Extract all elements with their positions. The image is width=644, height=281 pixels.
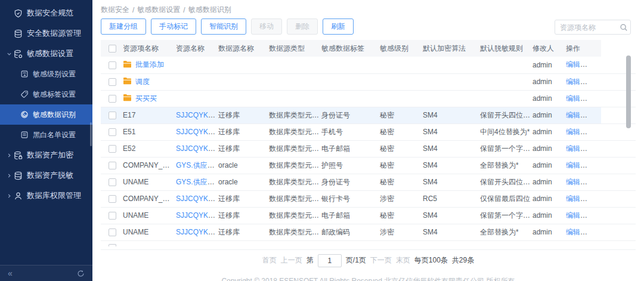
edit-link[interactable]: 编辑 [566,128,580,136]
resource-link[interactable]: GYS.供应商列表 [176,161,218,169]
row-checkbox[interactable] [109,178,116,186]
delete-link[interactable]: 删除 [589,161,601,169]
edit-link[interactable]: 编辑 [566,178,580,186]
resource-link[interactable]: SJJCQYK.ZDSY... [176,111,218,119]
delete-link[interactable]: 删除 [589,78,601,86]
edit-link[interactable]: 编辑 [566,144,580,153]
refresh-icon[interactable] [77,270,85,277]
row-checkbox-cell [101,174,123,190]
data-table: 资源项名称资源名称数据源名称数据源类型敏感数据标签敏感级别默认加密算法默认脱敏规… [101,40,636,250]
cell-modifier: admin [532,157,566,174]
row-checkbox[interactable] [109,145,116,153]
search-icon[interactable] [617,23,630,32]
collapse-sidebar-icon[interactable]: « [8,268,13,278]
row-checkbox[interactable] [109,244,116,246]
edit-link[interactable]: 编辑 [566,211,580,220]
row-checkbox[interactable] [109,61,116,69]
refresh-button[interactable]: 刷新 [323,18,354,35]
database-gear-icon [13,49,23,58]
edit-link[interactable]: 编辑 [566,111,580,119]
sidebar-item-sensitive-data-settings[interactable]: 敏感数据设置 [0,44,92,64]
row-checkbox[interactable] [109,195,116,203]
resource-link[interactable]: SJJCQYK.TABLE2 [176,211,218,220]
delete-link[interactable]: 删除 [589,194,601,203]
edit-link[interactable]: 编辑 [566,161,580,169]
user-icon [13,191,23,200]
page-number-input[interactable] [318,254,342,267]
sidebar-item-blackwhite-list-settings[interactable]: 黑白名单设置 [0,125,92,145]
cell-sensitive-tag: 电子邮箱 [321,140,380,157]
cell-resource: GYS.供应商列表 [176,174,218,190]
resource-link[interactable]: SJJCQYK.TABLE3 [176,228,218,236]
manual-mark-button[interactable]: 手动标记 [151,18,196,35]
sidebar-item-sensitive-level-settings[interactable]: 敏感级别设置 [0,64,92,84]
cell-sensitive-tag: 身份证号 [321,174,380,190]
table-row: E52SJJCQYK.ZDSY...迁移库数据库类型元数据电子邮箱秘密SM4保留… [101,140,636,157]
row-checkbox[interactable] [109,162,116,169]
delete-link[interactable]: 删除 [589,178,601,186]
cell-operations: 编辑删除 [566,224,601,240]
edit-link[interactable]: 编辑 [566,60,580,69]
row-checkbox[interactable] [109,112,116,119]
breadcrumb-item[interactable]: 敏感数据设置 [137,5,180,15]
move-button[interactable]: 移动 [251,18,282,35]
pagination-first[interactable]: 首页 [262,255,277,265]
edit-link[interactable]: 编辑 [566,228,580,236]
edit-link[interactable]: 编辑 [566,78,580,86]
cell-datasource-type [269,90,321,107]
resource-link[interactable]: SJJCQYK.TABLE2 [176,194,218,203]
cell-sensitive-level: 秘密 [380,207,423,224]
row-checkbox-cell [101,123,123,140]
sidebar-item-secure-datasource-mgmt[interactable]: 安全数据源管理 [0,23,92,44]
sidebar-scrollbar[interactable] [90,122,92,146]
sidebar-item-db-permission-mgmt[interactable]: 数据库权限管理 [0,186,92,206]
row-checkbox[interactable] [109,95,116,103]
sidebar-item-data-asset-mask[interactable]: 数据资产脱敏 [0,165,92,186]
folder-link[interactable]: 批量添加 [135,60,164,70]
cell-resource: SJJCQYK.ZDSY... [176,140,218,157]
delete-link[interactable]: 删除 [589,144,601,153]
resource-link[interactable]: GYS.供应商列表 [176,178,218,186]
pagination-prev[interactable]: 上一页 [281,255,302,265]
sidebar-item-sensitive-data-identify[interactable]: 敏感数据识别 [0,104,92,125]
resource-link[interactable]: SJJCQYK.ZDSY... [176,128,218,136]
row-checkbox[interactable] [109,212,116,220]
search-input[interactable] [555,23,617,32]
delete-link[interactable]: 删除 [589,111,601,119]
cell-sensitive-tag: 电子邮箱 [321,207,380,224]
edit-link[interactable]: 编辑 [566,94,580,103]
sidebar-item-data-security-spec[interactable]: 数据安全规范 [0,3,92,23]
cell-encrypt-algorithm: SM4 [423,224,480,240]
cell-mask-rule: 保留第一个字符和域名 [480,140,532,157]
cell-operations: 编辑删除 [566,140,601,157]
breadcrumb: 数据安全 / 敏感数据设置 / 敏感数据识别 [101,5,636,15]
table-scrollbar[interactable] [626,55,631,128]
folder-link[interactable]: 调度 [135,77,150,87]
delete-button[interactable]: 删除 [287,18,318,35]
delete-link[interactable]: 删除 [589,60,601,69]
delete-link[interactable]: 删除 [589,94,601,103]
cell-sensitive-tag: 护照号 [321,157,380,174]
breadcrumb-item[interactable]: 数据安全 [101,5,129,15]
resource-link[interactable]: SJJCQYK.ZDSY... [176,144,218,153]
row-checkbox[interactable] [109,228,116,236]
cell-modifier: admin [532,140,566,157]
pagination-last[interactable]: 末页 [396,255,410,265]
cell-sensitive-level: 秘密 [380,174,423,190]
pagination-next[interactable]: 下一页 [370,255,392,265]
sidebar-item-data-asset-encrypt[interactable]: 数据资产加密 [0,145,92,165]
sidebar-item-sensitive-tag-settings[interactable]: 敏感标签设置 [0,84,92,104]
folder-link[interactable]: 买买买 [135,94,157,104]
folder-icon [123,77,132,87]
select-all-checkbox[interactable] [109,45,116,53]
delete-link[interactable]: 删除 [589,128,601,136]
row-checkbox[interactable] [109,78,116,86]
delete-link[interactable]: 删除 [589,211,601,220]
main-content: 数据安全 / 敏感数据设置 / 敏感数据识别 新建分组手动标记智能识别移动删除刷… [92,0,644,281]
edit-link[interactable]: 编辑 [566,194,580,203]
new-group-button[interactable]: 新建分组 [101,18,146,35]
row-checkbox[interactable] [109,128,116,136]
smart-identify-button[interactable]: 智能识别 [201,18,246,35]
delete-link[interactable]: 删除 [589,228,601,236]
column-header: 修改人 [532,40,566,57]
